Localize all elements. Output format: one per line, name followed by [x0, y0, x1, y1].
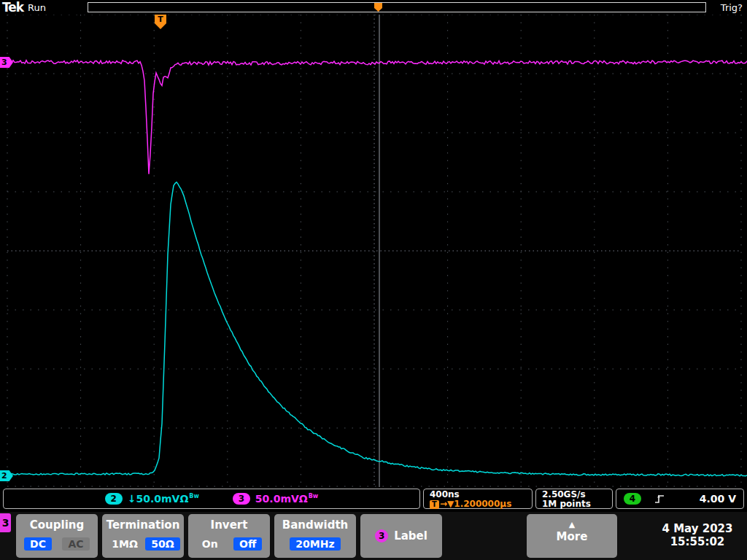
datetime-display: 4 May 2023 15:55:02	[649, 522, 746, 548]
trigger-readout: 4 4.00 V	[616, 489, 744, 509]
trace-ch2	[0, 182, 747, 476]
waveform-display	[0, 15, 747, 487]
top-bar: Tek Run Trig?	[0, 0, 747, 15]
invert-button[interactable]: Invert On Off	[188, 514, 270, 558]
more-button[interactable]: ▲ More	[527, 514, 617, 558]
menu-bar: 3 Coupling DC AC Termination 1MΩ 50Ω Inv…	[0, 512, 747, 560]
label-channel-badge: 3	[375, 529, 388, 542]
termination-button[interactable]: Termination 1MΩ 50Ω	[102, 514, 184, 558]
delay-arrow-icon: →▼	[440, 499, 454, 509]
invert-option-on[interactable]: On	[196, 537, 224, 551]
chevron-up-icon: ▲	[527, 521, 617, 529]
termination-option-1mohm[interactable]: 1MΩ	[106, 537, 144, 551]
bandwidth-label: Bandwidth	[274, 518, 356, 532]
invert-label: Invert	[188, 518, 270, 532]
bandwidth-option-20mhz[interactable]: 20MHz	[290, 537, 340, 551]
coupling-button[interactable]: Coupling DC AC	[16, 514, 98, 558]
channel-3-badge: 3	[233, 493, 250, 505]
timebase-readout: 400ns T→▼1.200000µs	[423, 489, 533, 509]
graticule: T 3 2	[0, 15, 747, 487]
rising-edge-icon	[654, 493, 665, 505]
menu-channel-badge: 3	[0, 513, 11, 532]
grid	[7, 15, 741, 487]
trigger-level: 4.00 V	[700, 493, 736, 505]
channel-2-readout: 2 ↓50.0mVΩBw	[105, 493, 199, 505]
termination-label: Termination	[102, 518, 184, 532]
channel-2-scale: ↓50.0mVΩBw	[128, 493, 199, 505]
record-position-bar	[88, 2, 706, 12]
oscilloscope-screen: Tek Run Trig? T 3 2 2 ↓50.0mVΩBw 3	[0, 0, 747, 560]
more-label: More	[527, 530, 617, 543]
invert-option-off[interactable]: Off	[233, 537, 262, 551]
date-text: 4 May 2023	[649, 522, 746, 535]
delay-value: 1.200000µs	[454, 499, 511, 509]
record-length: 1M points	[542, 499, 612, 509]
tek-logo: Tek	[2, 0, 23, 15]
readout-bar: 2 ↓50.0mVΩBw 3 50.0mVΩBw 400ns T→▼1.2000…	[0, 487, 747, 512]
channel-3-scale: 50.0mVΩBw	[255, 493, 318, 505]
trigger-status: Trig?	[721, 2, 743, 13]
acquisition-readout: 2.50GS/s 1M points	[535, 489, 613, 509]
record-trigger-marker	[374, 3, 382, 12]
coupling-label: Coupling	[16, 518, 98, 532]
trigger-source-badge: 4	[624, 493, 641, 505]
coupling-option-dc[interactable]: DC	[24, 537, 52, 551]
coupling-option-ac[interactable]: AC	[62, 537, 90, 551]
bandwidth-button[interactable]: Bandwidth 20MHz	[274, 514, 356, 558]
label-button[interactable]: 3 Label	[360, 514, 442, 558]
label-text: Label	[394, 529, 427, 542]
channel-3-readout: 3 50.0mVΩBw	[233, 493, 318, 505]
acquisition-status: Run	[28, 2, 46, 13]
termination-option-50ohm[interactable]: 50Ω	[145, 537, 179, 551]
trace-ch3	[0, 61, 747, 174]
trigger-delay-readout: T→▼1.200000µs	[430, 499, 532, 509]
channel-2-badge: 2	[105, 493, 123, 505]
traces	[0, 61, 747, 476]
trigger-delay-icon: T	[430, 500, 439, 509]
channel-readouts: 2 ↓50.0mVΩBw 3 50.0mVΩBw	[3, 489, 420, 509]
time-text: 15:55:02	[649, 535, 746, 548]
